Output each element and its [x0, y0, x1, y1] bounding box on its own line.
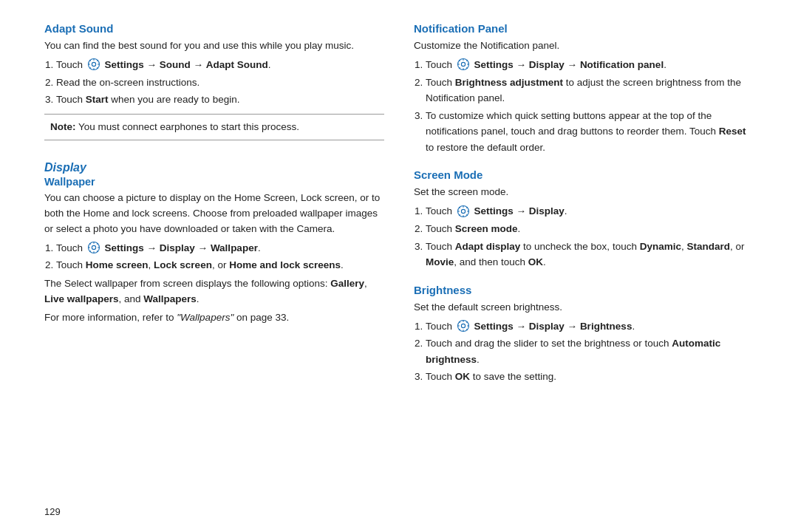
adapt-sound-step-1: Touch Settings → Sound → Adapt Sound.	[56, 57, 384, 73]
section-screen-mode: Screen Mode Set the screen mode. Touch	[414, 168, 754, 273]
notification-panel-title: Notification Panel	[414, 22, 754, 35]
svg-point-31	[461, 209, 465, 213]
adapt-sound-note: Note: You must connect earphones to star…	[44, 114, 384, 140]
notification-panel-body: Customize the Notification panel.	[414, 38, 754, 54]
section-display: Display Wallpaper You can choose a pictu…	[44, 161, 384, 329]
section-brightness: Brightness Set the default screen bright…	[414, 284, 754, 388]
screen-mode-body: Set the screen mode.	[414, 185, 754, 200]
wallpaper-step-1: Touch Settings → Display → Wallpaper.	[56, 240, 384, 256]
adapt-sound-step-2: Read the on-screen instructions.	[56, 75, 384, 91]
adapt-sound-step-3: Touch Start when you are ready to begin.	[56, 92, 384, 108]
page-content: Adapt Sound You can find the best sound …	[0, 0, 798, 532]
brightness-body: Set the default screen brightness.	[414, 300, 754, 316]
svg-point-1	[92, 63, 95, 66]
settings-icon-1	[87, 58, 100, 71]
adapt-sound-title: Adapt Sound	[44, 22, 384, 35]
screen-mode-step1-text: Settings → Display.	[474, 205, 567, 216]
wallpaper-steps: Touch Settings → Display → Wallpaper.	[44, 240, 384, 273]
brightness-step-3: Touch OK to save the setting.	[426, 369, 754, 385]
page-number: 129	[44, 506, 61, 517]
brightness-steps: Touch Settings → Display → Brightness.	[414, 318, 754, 385]
wallpaper-step-2: Touch Home screen, Lock screen, or Home …	[56, 257, 384, 273]
screen-mode-step-2: Touch Screen mode.	[426, 221, 754, 237]
screen-mode-steps: Touch Settings → Display.	[414, 203, 754, 270]
right-column: Notification Panel Customize the Notific…	[414, 22, 754, 510]
brightness-step1-text: Settings → Display → Brightness.	[474, 321, 635, 332]
svg-point-21	[461, 63, 465, 66]
settings-icon-3	[457, 58, 470, 71]
adapt-sound-body: You can find the best sound for you and …	[44, 38, 384, 54]
step1-text: Settings → Sound → Adapt Sound.	[105, 59, 271, 70]
brightness-step-2: Touch and drag the slider to set the bri…	[426, 335, 754, 367]
section-notification-panel: Notification Panel Customize the Notific…	[414, 22, 754, 158]
display-title: Display	[44, 161, 384, 174]
screen-mode-step-1: Touch Settings → Display.	[426, 203, 754, 219]
brightness-title: Brightness	[414, 284, 754, 296]
wallpaper-body2: The Select wallpaper from screen display…	[44, 276, 384, 307]
brightness-step-1: Touch Settings → Display → Brightness.	[426, 318, 754, 335]
screen-mode-step-3: Touch Adapt display to uncheck the box, …	[426, 239, 754, 270]
wallpaper-step1-text: Settings → Display → Wallpaper.	[105, 242, 261, 253]
notification-step-3: To customize which quick setting buttons…	[426, 108, 754, 156]
left-column: Adapt Sound You can find the best sound …	[44, 22, 384, 510]
settings-icon-4	[457, 205, 470, 218]
adapt-sound-steps: Touch Settings → Sound → Adapt Sound.	[44, 57, 384, 108]
wallpaper-title: Wallpaper	[44, 176, 384, 188]
wallpaper-footer: For more information, refer to "Wallpape…	[44, 310, 384, 326]
settings-icon-5	[457, 319, 470, 332]
notif-step1-text: Settings → Display → Notification panel.	[474, 59, 666, 70]
screen-mode-title: Screen Mode	[414, 168, 754, 181]
notification-panel-steps: Touch Settings → Display → Notificatio	[414, 57, 754, 156]
notification-step-2: Touch Brightness adjustment to adjust th…	[426, 75, 754, 106]
svg-point-11	[92, 246, 95, 250]
notification-step-1: Touch Settings → Display → Notificatio	[426, 57, 754, 73]
svg-point-41	[461, 324, 465, 328]
section-adapt-sound: Adapt Sound You can find the best sound …	[44, 22, 384, 151]
wallpaper-body: You can choose a picture to display on t…	[44, 191, 384, 237]
settings-icon-2	[87, 241, 100, 254]
